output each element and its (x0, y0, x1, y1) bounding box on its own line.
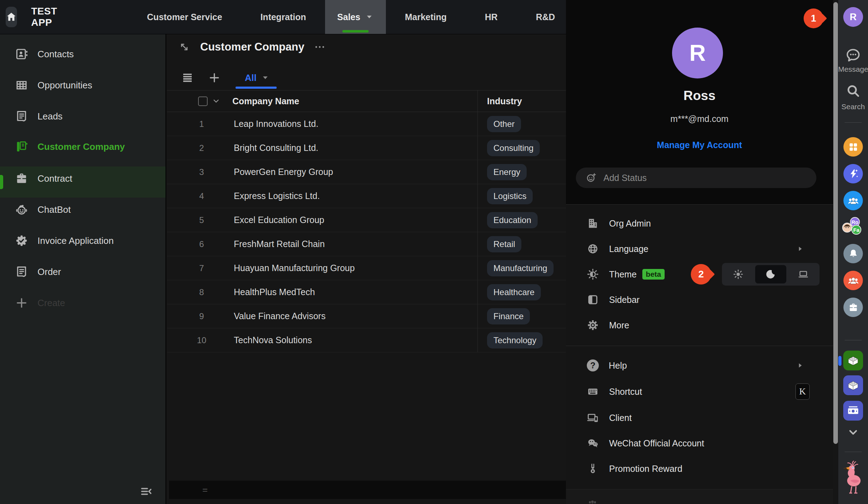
table-row[interactable]: 8HealthPlus MedTechHealthcare (167, 280, 566, 304)
tab-customer-service[interactable]: Customer Service (128, 0, 242, 34)
sidebar-item-contacts[interactable]: Contacts (0, 43, 166, 65)
theme-dark-button[interactable] (755, 265, 786, 283)
people-icon (847, 274, 860, 287)
chevron-down-icon[interactable] (212, 97, 220, 105)
table-row[interactable]: 1Leap Innovations Ltd.Other (167, 112, 566, 136)
dock-app-groups[interactable] (844, 271, 863, 290)
devices-icon (586, 411, 599, 424)
dock-app-test-app-active[interactable] (843, 351, 863, 370)
scrollbar-thumb[interactable] (833, 2, 838, 444)
sidebar-item-invoice-application[interactable]: Invoice Application (0, 230, 166, 251)
industry-tag: Consulting (487, 140, 540, 156)
laptop-icon (798, 269, 809, 280)
annotation-step-1: 1 (804, 8, 823, 28)
badge-check-icon (15, 234, 28, 247)
app-screen: TEST APP Customer Service Integration Sa… (0, 0, 868, 504)
industry-tag: Healthcare (487, 284, 541, 300)
industry-tag: Manufacturing (487, 260, 554, 276)
menu-item-org-admin[interactable]: Org Admin (566, 213, 833, 233)
bell-icon (847, 248, 859, 259)
sidebar-item-contract[interactable]: Contract (0, 168, 166, 189)
panel-bottom-section (566, 489, 833, 504)
top-nav-tabs: Customer Service Integration Sales Marke… (128, 0, 574, 34)
plus-icon (15, 296, 28, 310)
sidebar-item-leads[interactable]: Leads (0, 106, 166, 127)
tab-hr[interactable]: HR (466, 0, 517, 34)
tab-integration[interactable]: Integration (241, 0, 325, 34)
top-navigation-bar: TEST APP Customer Service Integration Sa… (0, 0, 566, 34)
menu-item-promotion-reward[interactable]: Promotion Reward (566, 459, 833, 479)
menu-item-client[interactable]: Client (566, 408, 833, 428)
more-options-icon[interactable] (314, 41, 326, 53)
theme-light-button[interactable] (723, 265, 754, 283)
column-header-industry[interactable]: Industry (487, 96, 522, 106)
industry-tag: Energy (487, 164, 527, 180)
sidebar-item-order[interactable]: Order (0, 261, 166, 282)
table-row[interactable]: 3PowerGen Energy GroupEnergy (167, 160, 566, 184)
dock-app-notifications[interactable] (844, 244, 863, 263)
table-row[interactable]: 9Value Finance AdvisorsFinance (167, 304, 566, 328)
dock-contacts-cluster[interactable]: Ro Fa (842, 217, 864, 238)
dock-app-workplace[interactable] (844, 137, 863, 157)
table-row[interactable]: 5Excel Education GroupEducation (167, 208, 566, 232)
dock-app-work[interactable] (844, 298, 863, 317)
theme-system-button[interactable] (788, 265, 819, 283)
sidebar-item-customer-company[interactable]: Customer Company (0, 136, 166, 157)
briefcase-icon (15, 172, 28, 185)
column-header-company-name[interactable]: Company Name (232, 96, 299, 106)
book-icon (15, 140, 28, 153)
view-tab-all[interactable]: All (245, 67, 270, 89)
divider (566, 346, 833, 346)
app-name[interactable]: TEST APP (31, 6, 57, 28)
menu-item-language[interactable]: Language (566, 239, 833, 259)
menu-item-shortcut[interactable]: Shortcut K (566, 382, 833, 402)
tab-sales[interactable]: Sales (325, 0, 386, 34)
expand-icon[interactable] (178, 41, 190, 53)
globe-icon (586, 242, 599, 255)
sidebar-item-chatbot[interactable]: ChatBot (0, 199, 166, 220)
table-row[interactable]: 2Bright Consulting Ltd.Consulting (167, 136, 566, 160)
sidebar-item-opportunities[interactable]: Opportunities (0, 75, 166, 96)
dock-app-team[interactable] (844, 191, 863, 210)
lightning-icon (847, 168, 859, 180)
chevron-down-icon (261, 73, 270, 82)
view-toolbar: All (167, 67, 270, 89)
dock-profile-avatar[interactable]: R (843, 7, 863, 27)
menu-item-more[interactable]: More (566, 315, 833, 335)
search-icon[interactable] (845, 83, 861, 99)
flamingo-image[interactable] (842, 459, 864, 498)
menu-item-sidebar[interactable]: Sidebar (566, 290, 833, 310)
sidebar-collapse-icon[interactable] (138, 485, 155, 499)
search-label: Search (834, 102, 868, 111)
vertical-scrollbar[interactable] (833, 0, 838, 504)
dock-app-lego-blue[interactable] (843, 375, 863, 395)
manage-account-link[interactable]: Manage My Account (566, 140, 833, 150)
view-list-icon[interactable] (181, 71, 194, 84)
tab-marketing[interactable]: Marketing (386, 0, 466, 34)
table-row[interactable]: 6FreshMart Retail ChainRetail (167, 232, 566, 256)
menu-item-wechat-official-account[interactable]: WeChat Official Account (566, 433, 833, 453)
select-all-checkbox[interactable] (198, 96, 208, 106)
active-view-indicator (236, 87, 277, 89)
table-row[interactable]: 7Huayuan Manufacturing GroupManufacturin… (167, 256, 566, 280)
messenger-icon[interactable] (845, 47, 862, 64)
tab-rnd[interactable]: R&D (517, 0, 574, 34)
dock-more-chevron-icon[interactable] (846, 426, 860, 439)
left-sidebar: Contacts Opportunities Leads Customer Co… (0, 34, 166, 504)
home-button[interactable] (6, 7, 17, 27)
add-status-input[interactable]: Add Status (576, 168, 816, 188)
dock-app-automation[interactable] (844, 164, 863, 183)
table-row[interactable]: 4Express Logistics Ltd.Logistics (167, 184, 566, 208)
menu-item-help[interactable]: ? Help (566, 356, 833, 375)
add-view-icon[interactable] (208, 71, 221, 84)
grid-table-icon (15, 78, 28, 92)
sidebar-create-button[interactable]: Create (0, 292, 166, 313)
grid-icon (847, 141, 859, 153)
industry-tag: Retail (487, 236, 521, 252)
wechat-icon (586, 437, 599, 450)
table-row[interactable]: 10TechNova SolutionsTechnology (167, 328, 566, 352)
horizontal-scroll-handle[interactable]: = (202, 485, 208, 496)
dock-app-finance[interactable] (843, 401, 863, 421)
avatar[interactable]: R (672, 28, 723, 78)
keyboard-icon (586, 385, 599, 398)
